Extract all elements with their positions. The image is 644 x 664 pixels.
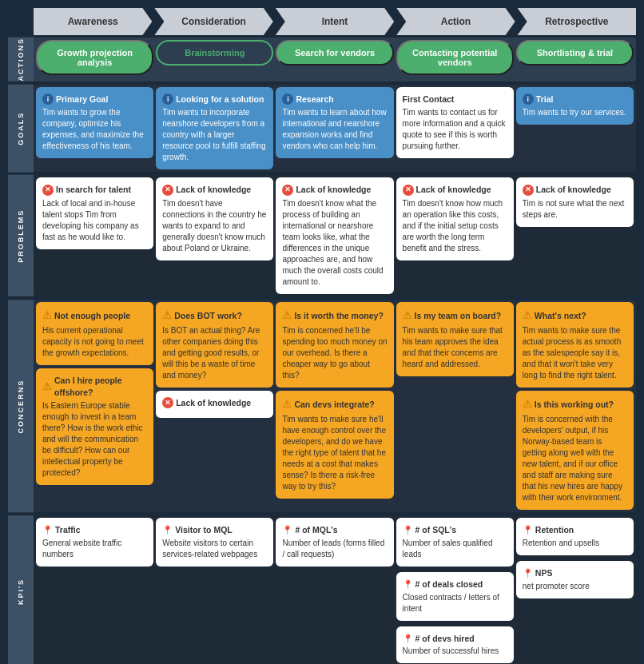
x-icon-1: ✕ xyxy=(162,185,173,196)
problems-card-3: ✕ Lack of knowledge Tim doesn't know how… xyxy=(396,177,514,260)
concerns-card-2-1-body: Tim wants to make sure he'll have enough… xyxy=(282,414,387,492)
main-container: Awareness Consideration Intent Action Re… xyxy=(0,0,644,664)
goals-label: GOALS xyxy=(8,85,34,173)
action-btn-1[interactable]: Brainstorming xyxy=(156,40,273,66)
concerns-card-3-0-body: Tim wants to make sure that his team app… xyxy=(403,325,507,370)
x-icon-0: ✕ xyxy=(42,185,54,196)
problems-card-0-title: ✕ In search for talent xyxy=(42,184,147,196)
info-icon-2: i xyxy=(282,93,293,105)
pin-icon-4-0: 📍 xyxy=(523,524,533,536)
problems-col-4: ✕ Lack of knowledge Tim is not sure what… xyxy=(516,177,634,294)
goals-card-1-title: i Looking for a solution xyxy=(162,93,267,105)
kpis-card-4-1-title: 📍 NPS xyxy=(523,567,627,579)
action-btn-4[interactable]: Shortlisting & trial xyxy=(516,40,634,66)
kpis-card-4-1: 📍 NPS net promoter score xyxy=(516,561,634,598)
goals-col-1: i Looking for a solution Tim wants to in… xyxy=(156,87,273,170)
actions-col-1: Brainstorming xyxy=(156,40,273,79)
concerns-label: CONCERNS xyxy=(8,300,34,512)
stage-awareness: Awareness xyxy=(34,8,152,35)
stage-retrospective: Retrospective xyxy=(518,8,636,35)
actions-col-2: Search for vendors xyxy=(276,40,393,79)
actions-content: Growth projection analysis Brainstorming… xyxy=(34,38,636,82)
problems-card-4-title: ✕ Lack of knowledge xyxy=(523,184,627,196)
problems-card-2: ✕ Lack of knowledge Tim doesn't know wha… xyxy=(276,177,393,294)
kpis-card-4-0-body: Retention and upsells xyxy=(523,538,627,549)
problems-card-1-title: ✕ Lack of knowledge xyxy=(162,184,267,196)
actions-label: ACTIONS xyxy=(8,38,34,82)
kpis-col-0: 📍 Traffic General website traffic number… xyxy=(36,518,153,664)
concerns-card-1-0-title: ⚠ Does BOT work? xyxy=(162,308,267,323)
concerns-card-0-0-title: ⚠ Not enough people xyxy=(42,308,147,323)
warning-icon-2-0: ⚠ xyxy=(282,308,292,323)
concerns-card-1-1-title: ✕ Lack of knowledge xyxy=(162,397,267,409)
problems-card-2-body: Tim doesn't know what the process of bui… xyxy=(282,198,387,288)
action-btn-2[interactable]: Search for vendors xyxy=(276,40,393,66)
concerns-col-2: ⚠ Is it worth the money? Tim is concerne… xyxy=(276,302,393,510)
problems-card-4: ✕ Lack of knowledge Tim is not sure what… xyxy=(516,177,634,227)
problems-card-1-body: Tim doesn't have connections in the coun… xyxy=(162,198,267,254)
kpis-card-2-0: 📍 # of MQL's Number of leads (forms fill… xyxy=(276,518,393,567)
concerns-content: ⚠ Not enough people His current operatio… xyxy=(34,300,636,512)
goals-card-1-body: Tim wants to incorporate nearshore devel… xyxy=(162,107,267,163)
concerns-card-0-1-body: Is Eastern Europe stable enough to inves… xyxy=(42,400,147,479)
x-icon-4: ✕ xyxy=(523,185,534,196)
concerns-card-0-0-body: His current operational capacity is not … xyxy=(42,325,147,359)
problems-row: PROBLEMS ✕ In search for talent Lack of … xyxy=(8,175,636,296)
warning-icon-1-0: ⚠ xyxy=(162,308,172,323)
concerns-card-2-0: ⚠ Is it worth the money? Tim is concerne… xyxy=(276,302,393,388)
goals-row: GOALS i Primary Goal Tim wants to grow t… xyxy=(8,85,636,173)
goals-card-2: i Research Tim wants to learn about how … xyxy=(276,87,393,159)
stage-headers: Awareness Consideration Intent Action Re… xyxy=(34,8,636,35)
pin-icon-0-0: 📍 xyxy=(42,524,53,536)
problems-card-2-title: ✕ Lack of knowledge xyxy=(282,184,387,196)
kpis-col-1: 📍 Visitor to MQL Website visitors to cer… xyxy=(156,518,273,664)
concerns-card-4-1: ⚠ Is this working out? Tim is concerned … xyxy=(516,391,634,510)
kpis-row: KPI'S 📍 Traffic General website traffic … xyxy=(8,515,636,664)
kpis-card-3-0-body: Number of sales qualified leads xyxy=(403,538,507,560)
kpis-card-4-0-title: 📍 Retention xyxy=(523,524,627,536)
x-icon-2: ✕ xyxy=(282,185,293,196)
problems-card-1: ✕ Lack of knowledge Tim doesn't have con… xyxy=(156,177,273,260)
pin-icon-1-0: 📍 xyxy=(162,524,173,536)
kpis-col-3: 📍 # of SQL's Number of sales qualified l… xyxy=(396,518,514,664)
concerns-card-2-0-title: ⚠ Is it worth the money? xyxy=(282,308,387,323)
warning-icon-4-1: ⚠ xyxy=(523,397,532,412)
info-icon-0: i xyxy=(42,93,54,105)
warning-icon-0-1: ⚠ xyxy=(42,380,52,394)
concerns-card-4-1-body: Tim is concerned with the developers' ou… xyxy=(523,414,627,503)
goals-card-3-body: Tim wants to contact us for more informa… xyxy=(403,107,507,152)
warning-icon-0-0: ⚠ xyxy=(42,308,52,323)
kpis-card-3-2-body: Number of successful hires xyxy=(403,646,507,657)
kpis-card-0-0-body: General website traffic numbers xyxy=(42,538,147,560)
concerns-card-3-0: ⚠ Is my team on board? Tim wants to make… xyxy=(396,302,514,376)
concerns-card-0-0: ⚠ Not enough people His current operatio… xyxy=(36,302,153,365)
actions-col-4: Shortlisting & trial xyxy=(516,40,634,79)
concerns-card-4-1-title: ⚠ Is this working out? xyxy=(523,397,627,412)
goals-card-3: First Contact Tim wants to contact us fo… xyxy=(396,87,514,159)
action-btn-0[interactable]: Growth projection analysis xyxy=(36,40,153,75)
concerns-card-2-1-title: ⚠ Can devs integrate? xyxy=(282,397,387,412)
actions-col-3: Contacting potential vendors xyxy=(396,40,514,79)
problems-col-3: ✕ Lack of knowledge Tim doesn't know how… xyxy=(396,177,514,294)
goals-content: i Primary Goal Tim wants to grow the com… xyxy=(34,85,636,173)
concerns-card-0-1-title: ⚠ Can I hire people offshore? xyxy=(42,375,147,398)
goals-card-2-body: Tim wants to learn about how internation… xyxy=(282,107,387,152)
goals-col-2: i Research Tim wants to learn about how … xyxy=(276,87,393,170)
goals-card-4: i Trial Tim wants to try our services. xyxy=(516,87,634,125)
warning-icon-3-0: ⚠ xyxy=(403,308,412,323)
goals-card-0-title: i Primary Goal xyxy=(42,93,147,105)
kpis-col-4: 📍 Retention Retention and upsells 📍 NPS … xyxy=(516,518,634,664)
stage-consideration: Consideration xyxy=(154,8,272,35)
info-icon-4: i xyxy=(523,93,534,105)
kpis-card-0-0: 📍 Traffic General website traffic number… xyxy=(36,518,153,567)
kpis-label: KPI'S xyxy=(8,515,34,664)
kpis-card-3-0-title: 📍 # of SQL's xyxy=(403,524,507,536)
pin-icon-3-1: 📍 xyxy=(403,579,413,590)
kpis-content: 📍 Traffic General website traffic number… xyxy=(34,515,636,664)
concerns-card-4-0-title: ⚠ What's next? xyxy=(523,308,627,323)
kpis-card-1-0-body: Website visitors to certain services-rel… xyxy=(162,538,267,560)
goals-card-4-body: Tim wants to try our services. xyxy=(523,107,627,118)
goals-card-2-title: i Research xyxy=(282,93,387,105)
goals-card-4-title: i Trial xyxy=(523,93,627,105)
action-btn-3[interactable]: Contacting potential vendors xyxy=(396,40,514,75)
